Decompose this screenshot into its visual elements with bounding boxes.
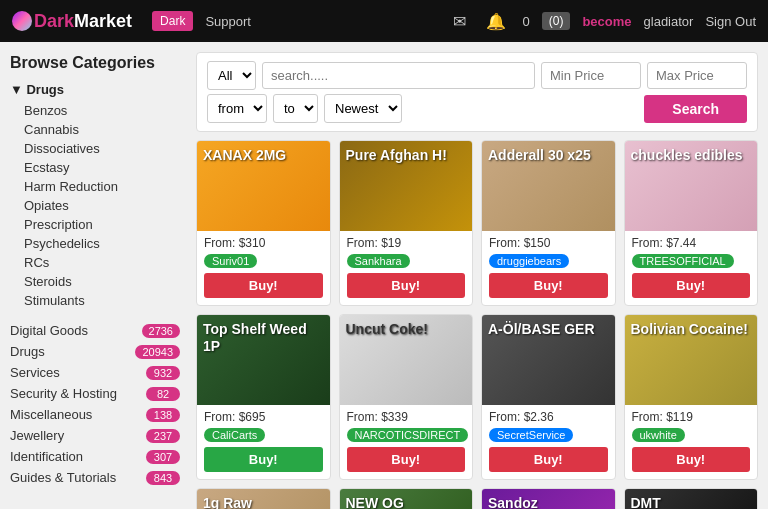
product-image: A-Öl/BASE GER xyxy=(482,315,615,405)
product-image: 1g Raw xyxy=(197,489,330,509)
sort-select[interactable]: Newest xyxy=(324,94,402,123)
product-title: 1g Raw xyxy=(203,495,324,509)
product-price: From: $7.44 xyxy=(632,236,751,250)
product-seller[interactable]: TREESOFFICIAL xyxy=(632,254,734,268)
sidebar-title: Browse Categories xyxy=(10,54,180,72)
sidebar-item-services[interactable]: Services 932 xyxy=(10,362,180,383)
search-button[interactable]: Search xyxy=(644,95,747,123)
sidebar-item-stimulants[interactable]: Stimulants xyxy=(10,291,180,310)
from-select[interactable]: from xyxy=(207,94,267,123)
product-title: DMT xyxy=(631,495,752,509)
guides-count: 843 xyxy=(146,471,180,485)
sidebar-item-digital-goods[interactable]: Digital Goods 2736 xyxy=(10,320,180,341)
mail-icon[interactable]: ✉ xyxy=(453,12,466,31)
product-card: chuckles edibles From: $7.44 TREESOFFICI… xyxy=(624,140,759,306)
page-body: Browse Categories ▼ Drugs Benzos Cannabi… xyxy=(0,42,768,509)
guides-label: Guides & Tutorials xyxy=(10,470,116,485)
sidebar-item-cannabis[interactable]: Cannabis xyxy=(10,120,180,139)
dark-mode-button[interactable]: Dark xyxy=(152,11,193,31)
jewellery-label: Jewellery xyxy=(10,428,64,443)
product-image: DMT xyxy=(625,489,758,509)
product-price: From: $119 xyxy=(632,410,751,424)
digital-goods-label: Digital Goods xyxy=(10,323,88,338)
product-grid: XANAX 2MG From: $310 Suriv01 Buy! Pure A… xyxy=(196,140,758,509)
product-seller[interactable]: Suriv01 xyxy=(204,254,257,268)
cart-button[interactable]: (0) xyxy=(542,12,571,30)
buy-button[interactable]: Buy! xyxy=(347,273,466,298)
sidebar-item-opiates[interactable]: Opiates xyxy=(10,196,180,215)
product-seller[interactable]: Sankhara xyxy=(347,254,410,268)
sidebar-item-miscellaneous[interactable]: Miscellaneous 138 xyxy=(10,404,180,425)
product-image: Uncut Coke! xyxy=(340,315,473,405)
buy-button[interactable]: Buy! xyxy=(204,273,323,298)
product-card: NEW OG xyxy=(339,488,474,509)
support-link[interactable]: Support xyxy=(205,14,251,29)
logo-dark-text: Dark xyxy=(34,11,74,32)
identification-count: 307 xyxy=(146,450,180,464)
sidebar-item-ecstasy[interactable]: Ecstasy xyxy=(10,158,180,177)
product-title: Bolivian Cocaine! xyxy=(631,321,752,338)
miscellaneous-label: Miscellaneous xyxy=(10,407,92,422)
product-price: From: $2.36 xyxy=(489,410,608,424)
product-card: Top Shelf Weed 1P From: $695 CaliCarts B… xyxy=(196,314,331,480)
product-image: XANAX 2MG xyxy=(197,141,330,231)
services-label: Services xyxy=(10,365,60,380)
category-select[interactable]: All xyxy=(207,61,256,90)
to-select[interactable]: to xyxy=(273,94,318,123)
max-price-input[interactable] xyxy=(647,62,747,89)
search-input[interactable] xyxy=(262,62,535,89)
sidebar-item-psychedelics[interactable]: Psychedelics xyxy=(10,234,180,253)
min-price-input[interactable] xyxy=(541,62,641,89)
security-count: 82 xyxy=(146,387,180,401)
sidebar-item-jewellery[interactable]: Jewellery 237 xyxy=(10,425,180,446)
sidebar-item-prescription[interactable]: Prescription xyxy=(10,215,180,234)
sidebar-item-guides[interactable]: Guides & Tutorials 843 xyxy=(10,467,180,488)
buy-button[interactable]: Buy! xyxy=(489,447,608,472)
sidebar-item-harm-reduction[interactable]: Harm Reduction xyxy=(10,177,180,196)
product-seller[interactable]: druggiebears xyxy=(489,254,569,268)
sidebar-item-identification[interactable]: Identification 307 xyxy=(10,446,180,467)
buy-button[interactable]: Buy! xyxy=(632,447,751,472)
product-title: A-Öl/BASE GER xyxy=(488,321,609,338)
drugs-label: Drugs xyxy=(10,344,45,359)
sidebar-item-security[interactable]: Security & Hosting 82 xyxy=(10,383,180,404)
become-link[interactable]: become xyxy=(582,14,631,29)
product-seller[interactable]: NARCOTICSDIRECT xyxy=(347,428,469,442)
product-seller[interactable]: CaliCarts xyxy=(204,428,265,442)
product-price: From: $150 xyxy=(489,236,608,250)
product-title: Pure Afghan H! xyxy=(346,147,467,164)
product-price: From: $339 xyxy=(347,410,466,424)
sidebar-item-dissociatives[interactable]: Dissociatives xyxy=(10,139,180,158)
product-title: chuckles edibles xyxy=(631,147,752,164)
sidebar-item-steroids[interactable]: Steroids xyxy=(10,272,180,291)
product-card: Sandoz xyxy=(481,488,616,509)
sidebar-item-rcs[interactable]: RCs xyxy=(10,253,180,272)
product-image: Adderall 30 x25 xyxy=(482,141,615,231)
security-label: Security & Hosting xyxy=(10,386,117,401)
logo-market-text: Market xyxy=(74,11,132,32)
sidebar: Browse Categories ▼ Drugs Benzos Cannabi… xyxy=(0,42,190,509)
buy-button[interactable]: Buy! xyxy=(204,447,323,472)
drugs-section-label[interactable]: ▼ Drugs xyxy=(10,82,180,97)
logo: DarkMarket xyxy=(12,11,132,32)
buy-button[interactable]: Buy! xyxy=(489,273,608,298)
product-seller[interactable]: SecretService xyxy=(489,428,573,442)
miscellaneous-count: 138 xyxy=(146,408,180,422)
product-card: A-Öl/BASE GER From: $2.36 SecretService … xyxy=(481,314,616,480)
product-image: Pure Afghan H! xyxy=(340,141,473,231)
product-seller[interactable]: ukwhite xyxy=(632,428,685,442)
sidebar-item-drugs[interactable]: Drugs 20943 xyxy=(10,341,180,362)
sign-out-link[interactable]: Sign Out xyxy=(705,14,756,29)
search-row-1: All xyxy=(207,61,747,90)
buy-button[interactable]: Buy! xyxy=(347,447,466,472)
sidebar-item-benzos[interactable]: Benzos xyxy=(10,101,180,120)
logo-icon xyxy=(12,11,32,31)
user-link[interactable]: gladiator xyxy=(644,14,694,29)
product-price: From: $695 xyxy=(204,410,323,424)
product-price: From: $310 xyxy=(204,236,323,250)
search-bar: All from to Newest Search xyxy=(196,52,758,132)
notification-icon[interactable]: 🔔 xyxy=(486,12,506,31)
digital-goods-count: 2736 xyxy=(142,324,180,338)
buy-button[interactable]: Buy! xyxy=(632,273,751,298)
services-count: 932 xyxy=(146,366,180,380)
